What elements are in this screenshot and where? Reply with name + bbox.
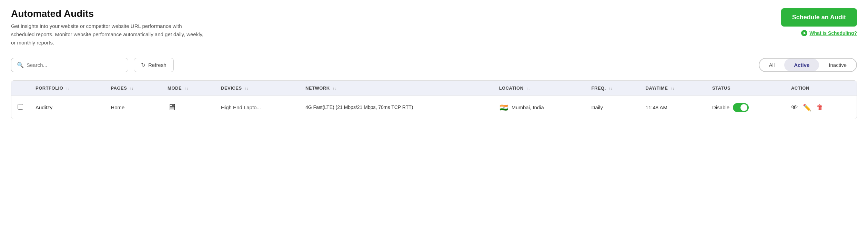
th-daytime[interactable]: DAY/TIME ↑↓ xyxy=(639,81,706,96)
what-is-scheduling-link[interactable]: What is Scheduling? xyxy=(801,30,857,36)
header-right: Schedule an Audit What is Scheduling? xyxy=(781,8,857,36)
search-input[interactable] xyxy=(27,62,122,68)
filter-all-button[interactable]: All xyxy=(759,59,785,71)
location-text: Mumbai, India xyxy=(512,104,544,110)
table-header: PORTFOLIO ↑↓ PAGES ↑↓ MODE ↑↓ DEVICES ↑↓… xyxy=(11,81,857,96)
what-link-label: What is Scheduling? xyxy=(809,30,857,36)
refresh-label: Refresh xyxy=(148,62,166,68)
th-devices[interactable]: DEVICES ↑↓ xyxy=(215,81,299,96)
page-header: Automated Audits Get insights into your … xyxy=(11,8,857,47)
th-portfolio[interactable]: PORTFOLIO ↑↓ xyxy=(29,81,104,96)
sort-location-icon[interactable]: ↑↓ xyxy=(526,87,530,90)
page-title: Automated Audits xyxy=(11,8,204,19)
th-status: STATUS xyxy=(706,81,785,96)
th-location[interactable]: LOCATION ↑↓ xyxy=(493,81,585,96)
refresh-icon: ↻ xyxy=(141,62,145,68)
status-toggle[interactable] xyxy=(733,103,749,112)
row-pages: Home xyxy=(104,96,161,119)
th-checkbox xyxy=(11,81,29,96)
flag-icon: 🇮🇳 xyxy=(499,103,509,112)
play-icon xyxy=(801,30,807,36)
th-pages[interactable]: PAGES ↑↓ xyxy=(104,81,161,96)
row-freq: Daily xyxy=(585,96,639,119)
filter-inactive-button[interactable]: Inactive xyxy=(819,59,856,71)
desktop-icon: 🖥 xyxy=(168,102,176,112)
sort-pages-icon[interactable]: ↑↓ xyxy=(130,87,134,90)
search-icon: 🔍 xyxy=(17,62,24,68)
edit-icon[interactable]: ✏️ xyxy=(803,103,811,112)
row-portfolio: Auditzy xyxy=(29,96,104,119)
th-action: ACTION xyxy=(785,81,857,96)
sort-freq-icon[interactable]: ↑↓ xyxy=(609,87,613,90)
delete-icon[interactable]: 🗑 xyxy=(816,103,823,111)
row-location: 🇮🇳 Mumbai, India xyxy=(493,96,585,119)
row-devices: High End Lapto... xyxy=(215,96,299,119)
row-daytime: 11:48 AM xyxy=(639,96,706,119)
page-description: Get insights into your website or compet… xyxy=(11,22,204,47)
sort-mode-icon[interactable]: ↑↓ xyxy=(184,87,188,90)
refresh-button[interactable]: ↻ Refresh xyxy=(134,58,174,72)
table-body: Auditzy Home 🖥 High End Lapto... 4G Fast… xyxy=(11,96,857,119)
filter-group: All Active Inactive xyxy=(759,58,857,72)
sort-portfolio-icon[interactable]: ↑↓ xyxy=(66,87,70,90)
row-checkbox[interactable] xyxy=(18,104,23,110)
sort-network-icon[interactable]: ↑↓ xyxy=(333,87,336,90)
view-icon[interactable]: 👁 xyxy=(791,103,798,111)
th-mode[interactable]: MODE ↑↓ xyxy=(161,81,215,96)
row-status: Disable xyxy=(706,96,785,119)
sort-devices-icon[interactable]: ↑↓ xyxy=(245,87,249,90)
table-row: Auditzy Home 🖥 High End Lapto... 4G Fast… xyxy=(11,96,857,119)
row-action: 👁 ✏️ 🗑 xyxy=(785,96,857,119)
filter-active-button[interactable]: Active xyxy=(784,59,819,71)
sort-daytime-icon[interactable]: ↑↓ xyxy=(671,87,675,90)
status-label: Disable xyxy=(712,104,729,110)
audit-table: PORTFOLIO ↑↓ PAGES ↑↓ MODE ↑↓ DEVICES ↑↓… xyxy=(11,81,857,119)
toggle-slider xyxy=(733,103,749,112)
search-box: 🔍 xyxy=(11,58,128,72)
th-network[interactable]: NETWORK ↑↓ xyxy=(299,81,493,96)
row-network: 4G Fast(LTE) (21 Mbps/21 Mbps, 70ms TCP … xyxy=(299,96,493,119)
row-checkbox-cell xyxy=(11,96,29,119)
th-freq[interactable]: FREQ. ↑↓ xyxy=(585,81,639,96)
audit-table-wrap: PORTFOLIO ↑↓ PAGES ↑↓ MODE ↑↓ DEVICES ↑↓… xyxy=(11,80,857,119)
controls-bar: 🔍 ↻ Refresh All Active Inactive xyxy=(11,58,857,72)
row-mode: 🖥 xyxy=(161,96,215,119)
header-left: Automated Audits Get insights into your … xyxy=(11,8,204,47)
schedule-audit-button[interactable]: Schedule an Audit xyxy=(781,8,857,27)
